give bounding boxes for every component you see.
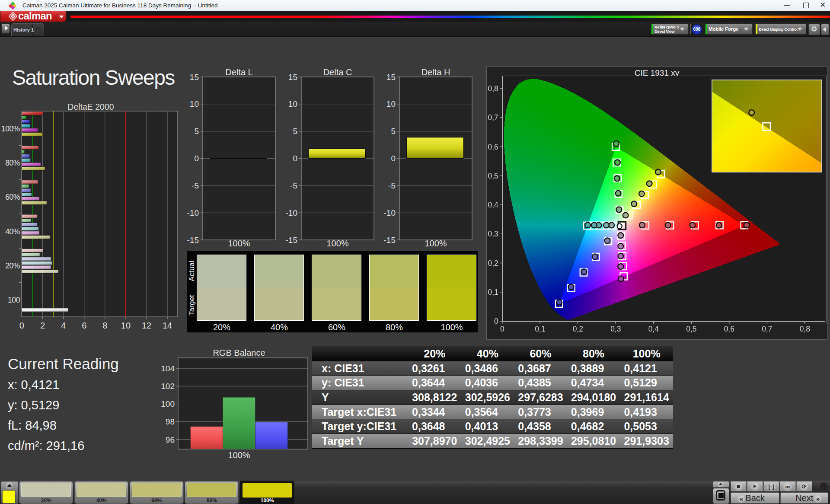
svg-text:-5: -5 xyxy=(388,181,396,190)
svg-text:-15: -15 xyxy=(286,236,297,245)
svg-text:100: 100 xyxy=(161,399,175,408)
svg-text:15: 15 xyxy=(386,73,396,82)
svg-text:6: 6 xyxy=(82,321,86,330)
svg-text:5: 5 xyxy=(293,127,297,136)
svg-text:60%: 60% xyxy=(5,193,20,201)
svg-text:10: 10 xyxy=(386,99,396,108)
svg-text:15: 15 xyxy=(190,73,199,82)
svg-text:-5: -5 xyxy=(192,181,199,190)
svg-text:0: 0 xyxy=(391,154,396,163)
svg-text:0: 0 xyxy=(19,321,24,330)
svg-text:Delta L: Delta L xyxy=(225,67,252,77)
svg-text:0: 0 xyxy=(194,154,199,163)
svg-text:100%: 100% xyxy=(1,124,20,133)
svg-text:12: 12 xyxy=(142,321,151,330)
svg-text:4: 4 xyxy=(61,321,66,330)
svg-text:-10: -10 xyxy=(384,208,396,217)
svg-text:-10: -10 xyxy=(286,208,297,217)
svg-text:100%: 100% xyxy=(228,239,250,248)
svg-text:-15: -15 xyxy=(384,236,396,245)
svg-text:5: 5 xyxy=(194,127,199,136)
svg-text:102: 102 xyxy=(161,382,175,391)
svg-text:40%: 40% xyxy=(5,227,20,236)
svg-text:14: 14 xyxy=(163,321,172,330)
svg-text:15: 15 xyxy=(288,73,297,82)
svg-text:8: 8 xyxy=(102,321,107,330)
svg-text:10: 10 xyxy=(288,99,297,108)
svg-text:-5: -5 xyxy=(290,181,297,190)
svg-text:0: 0 xyxy=(293,154,297,163)
svg-text:2: 2 xyxy=(40,321,45,330)
svg-text:RGB Balance: RGB Balance xyxy=(213,348,265,357)
svg-text:10: 10 xyxy=(121,321,131,330)
svg-text:96: 96 xyxy=(166,435,175,444)
svg-text:100%: 100% xyxy=(228,450,250,460)
svg-text:10: 10 xyxy=(190,99,199,108)
svg-text:100: 100 xyxy=(8,296,20,304)
svg-text:-15: -15 xyxy=(187,236,199,245)
svg-text:DeltaE 2000: DeltaE 2000 xyxy=(67,102,114,112)
svg-text:20%: 20% xyxy=(5,262,20,270)
svg-text:100%: 100% xyxy=(326,239,348,248)
svg-text:-10: -10 xyxy=(187,208,199,217)
svg-text:Delta H: Delta H xyxy=(421,67,450,77)
svg-text:Delta C: Delta C xyxy=(323,67,352,77)
svg-text:98: 98 xyxy=(166,417,175,426)
svg-text:5: 5 xyxy=(391,127,396,136)
svg-text:100%: 100% xyxy=(425,239,447,248)
svg-text:104: 104 xyxy=(161,364,175,373)
svg-text:80%: 80% xyxy=(5,159,20,167)
